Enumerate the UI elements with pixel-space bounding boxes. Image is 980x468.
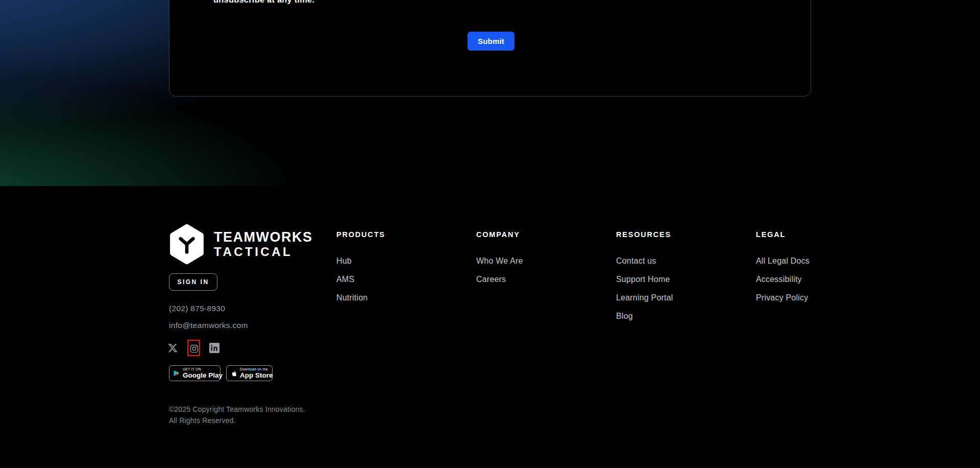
footer: TEAMWORKS TACTICAL SIGN IN (202) 875-893… [0, 186, 980, 468]
copyright-line1: ©2025 Copyright Teamworks Innovations. [169, 404, 305, 415]
footer-link-accessibility[interactable]: Accessibility [756, 274, 873, 285]
column-title-products: PRODUCTS [336, 230, 454, 239]
teamworks-hexagon-logo-icon [169, 224, 205, 265]
footer-link-who-we-are[interactable]: Who We Are [476, 256, 594, 266]
google-play-badge[interactable]: GET IT ON Google Play [169, 365, 220, 381]
footer-link-hub[interactable]: Hub [336, 256, 454, 266]
column-title-resources: RESOURCES [616, 230, 733, 239]
column-title-company: COMPANY [476, 230, 594, 239]
x-twitter-icon[interactable] [167, 343, 178, 353]
submit-button[interactable]: Submit [468, 32, 514, 51]
copyright-line2: All Rights Reserved. [169, 415, 305, 427]
footer-link-all-legal-docs[interactable]: All Legal Docs [756, 256, 873, 266]
newsletter-card: unsubscribe at any time. Submit [169, 0, 811, 97]
app-store-tagline: Download on the [240, 368, 273, 371]
copyright: ©2025 Copyright Teamworks Innovations. A… [169, 404, 305, 426]
logo-wordmark-line2: TACTICAL [214, 245, 292, 259]
app-store-badge[interactable]: Download on the App Store [226, 365, 273, 381]
instagram-icon[interactable] [190, 344, 199, 353]
apple-icon [230, 369, 237, 378]
google-play-label: Google Play [183, 372, 223, 379]
unsubscribe-note: unsubscribe at any time. [213, 0, 314, 5]
sign-in-button[interactable]: SIGN IN [169, 273, 217, 291]
footer-column-resources: RESOURCES Contact us Support Home Learni… [616, 230, 733, 330]
hero-gradient-section: unsubscribe at any time. Submit [0, 0, 980, 186]
footer-link-contact-us[interactable]: Contact us [616, 256, 733, 266]
column-title-legal: LEGAL [756, 230, 873, 239]
footer-link-privacy-policy[interactable]: Privacy Policy [756, 293, 873, 303]
footer-column-company: COMPANY Who We Are Careers [476, 230, 594, 293]
footer-link-learning-portal[interactable]: Learning Portal [616, 293, 733, 303]
linkedin-icon[interactable] [209, 343, 219, 353]
email-address[interactable]: info@teamworks.com [169, 321, 248, 330]
phone-number[interactable]: (202) 875-8930 [169, 304, 225, 313]
footer-link-ams[interactable]: AMS [336, 274, 454, 285]
google-play-icon [173, 369, 180, 377]
google-play-tagline: GET IT ON [183, 368, 223, 371]
app-store-label: App Store [240, 372, 273, 379]
footer-link-careers[interactable]: Careers [476, 274, 594, 285]
footer-link-nutrition[interactable]: Nutrition [336, 293, 454, 303]
footer-column-legal: LEGAL All Legal Docs Accessibility Priva… [756, 230, 873, 311]
footer-link-blog[interactable]: Blog [616, 311, 733, 321]
footer-column-products: PRODUCTS Hub AMS Nutrition [336, 230, 454, 311]
footer-link-support-home[interactable]: Support Home [616, 274, 733, 285]
logo-wordmark-line1: TEAMWORKS [214, 229, 312, 245]
